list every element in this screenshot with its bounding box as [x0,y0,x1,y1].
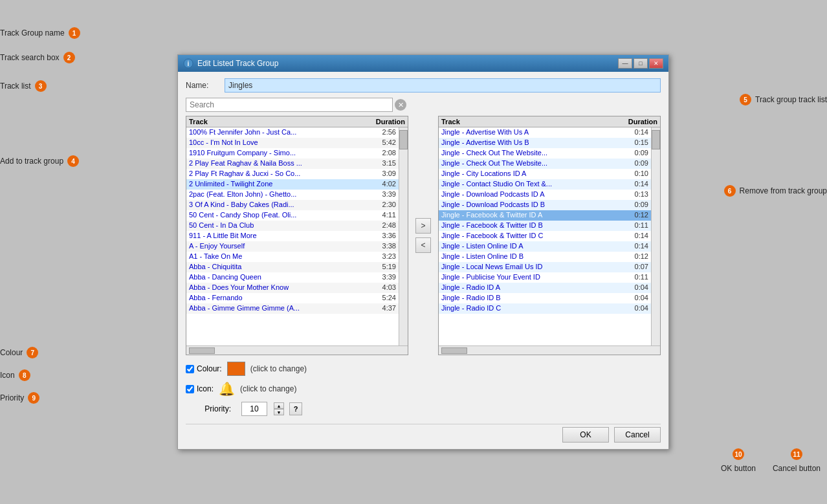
track-list-item[interactable]: Abba - Chiquitita5:19 [186,262,399,272]
badge-6: 6 [724,185,736,197]
priority-input[interactable] [241,402,267,416]
options-rows: Colour: (click to change) Icon: 🔔 (click… [186,362,661,416]
group-track-name: Jingle - Contact Studio On Text &... [441,180,623,189]
right-hscroll[interactable] [439,345,660,355]
icon-checkbox[interactable] [186,385,194,393]
left-scrollbar-thumb[interactable] [399,130,408,149]
right-hscroll-thumb[interactable] [441,347,467,354]
track-list-scroll[interactable]: 100% Ft Jennifer John - Just Ca...2:5610… [186,127,399,345]
group-track-duration: 0:07 [623,263,648,272]
group-track-list-item[interactable]: Jingle - Listen Online ID B0:12 [439,252,651,262]
cancel-button[interactable]: Cancel [614,427,661,443]
group-track-list-item[interactable]: Jingle - Radio ID B0:04 [439,293,651,303]
group-track-list-item[interactable]: Jingle - Facebook & Twitter ID C0:14 [439,231,651,241]
group-track-list-item[interactable]: Jingle - Advertise With Us A0:14 [439,127,651,138]
add-to-group-button[interactable]: > [415,218,431,234]
track-list-item[interactable]: 2pac (Feat. Elton John) - Ghetto...3:39 [186,190,399,200]
group-track-name: Jingle - Check Out The Website... [441,159,623,168]
group-track-list-scroll[interactable]: Jingle - Advertise With Us A0:14Jingle -… [439,127,651,345]
dialog-title: Edit Listed Track Group [197,59,278,68]
group-track-list-item[interactable]: Jingle - Check Out The Website...0:09 [439,148,651,159]
priority-spinner: ▲ ▼ [274,402,284,415]
group-track-list-item[interactable]: Jingle - Facebook & Twitter ID B0:11 [439,221,651,231]
track-duration: 2:56 [370,128,396,137]
group-track-list-item[interactable]: Jingle - Radio ID C0:04 [439,303,651,314]
group-track-duration: 0:15 [623,138,648,148]
group-track-duration: 0:12 [623,252,648,261]
priority-down-button[interactable]: ▼ [274,409,284,415]
priority-up-button[interactable]: ▲ [274,402,284,409]
track-list-item[interactable]: 100% Ft Jennifer John - Just Ca...2:56 [186,127,399,138]
group-track-name: Jingle - Facebook & Twitter ID A [441,211,623,220]
track-col-header: Track [189,118,369,126]
annotation-ok-button: 10 OK button [721,448,756,473]
remove-from-group-button[interactable]: < [415,237,431,253]
track-duration: 5:19 [370,263,396,272]
track-duration: 4:11 [370,211,396,220]
group-track-list-item[interactable]: Jingle - City Locations ID A0:10 [439,169,651,179]
track-list-item[interactable]: A - Enjoy Yourself3:38 [186,241,399,252]
group-track-list-item[interactable]: Jingle - Check Out The Website...0:09 [439,159,651,169]
duration-col-header: Duration [369,118,405,126]
group-track-list-item[interactable]: Jingle - Local News Email Us ID0:07 [439,262,651,272]
annotation-track-list: Track list 3 [0,80,47,92]
title-bar-left: i Edit Listed Track Group [183,58,278,69]
track-list-item[interactable]: A1 - Take On Me3:23 [186,252,399,262]
icon-checkbox-label[interactable]: Icon: [186,384,214,393]
track-list-item[interactable]: 50 Cent - Candy Shop (Feat. Oli...4:11 [186,210,399,221]
group-track-list-item[interactable]: Jingle - Advertise With Us B0:15 [439,138,651,148]
group-track-list-item[interactable]: Jingle - Radio ID A0:04 [439,283,651,293]
name-row: Name: [186,78,661,93]
maximize-button[interactable]: □ [634,58,648,69]
group-track-list-item[interactable]: Jingle - Listen Online ID A0:14 [439,241,651,252]
group-track-list-item[interactable]: Jingle - Publicise Your Event ID0:11 [439,272,651,283]
track-name: 911 - A Little Bit More [189,232,370,241]
colour-checkbox-label[interactable]: Colour: [186,364,222,373]
arrow-buttons: > < [414,116,433,355]
track-list-item[interactable]: 911 - A Little Bit More3:36 [186,231,399,241]
left-scrollbar[interactable] [399,127,408,345]
colour-row: Colour: (click to change) [186,362,661,376]
track-list-item[interactable]: 2 Unlimited - Twilight Zone4:02 [186,179,399,190]
track-name: 1910 Fruitgum Company - Simo... [189,149,370,158]
track-list-item[interactable]: 10cc - I'm Not In Love5:42 [186,138,399,148]
track-name: 50 Cent - Candy Shop (Feat. Oli... [189,211,370,220]
colour-swatch[interactable] [227,362,245,376]
search-input[interactable] [186,98,393,112]
track-list-item[interactable]: 2 Play Ft Raghav & Jucxi - So Co...3:09 [186,169,399,179]
group-track-list-item[interactable]: Jingle - Download Podcasts ID B0:09 [439,200,651,210]
search-clear-button[interactable]: ✕ [395,99,406,111]
track-name: Abba - Does Your Mother Know [189,283,370,292]
group-track-list-item[interactable]: Jingle - Contact Studio On Text &...0:14 [439,179,651,190]
track-list-item[interactable]: Abba - Dancing Queen3:39 [186,272,399,283]
track-list-item[interactable]: 2 Play Feat Raghav & Naila Boss ...3:15 [186,159,399,169]
track-name: 2 Play Feat Raghav & Naila Boss ... [189,159,370,168]
right-scrollbar-thumb[interactable] [652,130,660,149]
group-track-list-item[interactable]: Jingle - Facebook & Twitter ID A0:12 [439,210,651,221]
track-list-item[interactable]: Abba - Does Your Mother Know4:03 [186,283,399,293]
close-button[interactable]: ✕ [649,58,663,69]
group-track-duration: 0:13 [623,190,648,199]
colour-click-to-change[interactable]: (click to change) [250,364,307,373]
icon-click-to-change[interactable]: (click to change) [240,384,296,393]
track-name: 2 Unlimited - Twilight Zone [189,180,370,189]
group-track-name: Jingle - Advertise With Us B [441,138,623,148]
track-list-item[interactable]: Abba - Gimme Gimme Gimme (A...4:37 [186,303,399,314]
colour-checkbox[interactable] [186,365,194,373]
right-scrollbar[interactable] [651,127,660,345]
group-track-list-item[interactable]: Jingle - Download Podcasts ID A0:13 [439,190,651,200]
group-track-col-header: Track [441,118,622,126]
badge-1: 1 [69,27,80,39]
lists-area: Track Duration 100% Ft Jennifer John - J… [186,116,661,355]
name-input[interactable] [225,78,661,93]
icon-preview[interactable]: 🔔 [219,381,235,397]
track-list-item[interactable]: 3 Of A Kind - Baby Cakes (Radi...2:30 [186,200,399,210]
track-list-item[interactable]: 1910 Fruitgum Company - Simo...2:08 [186,148,399,159]
ok-button[interactable]: OK [562,427,609,443]
track-list-item[interactable]: 50 Cent - In Da Club2:48 [186,221,399,231]
minimize-button[interactable]: — [618,58,632,69]
priority-help-button[interactable]: ? [289,402,302,415]
left-hscroll-thumb[interactable] [189,347,215,354]
left-hscroll[interactable] [186,345,408,355]
track-list-item[interactable]: Abba - Fernando5:24 [186,293,399,303]
